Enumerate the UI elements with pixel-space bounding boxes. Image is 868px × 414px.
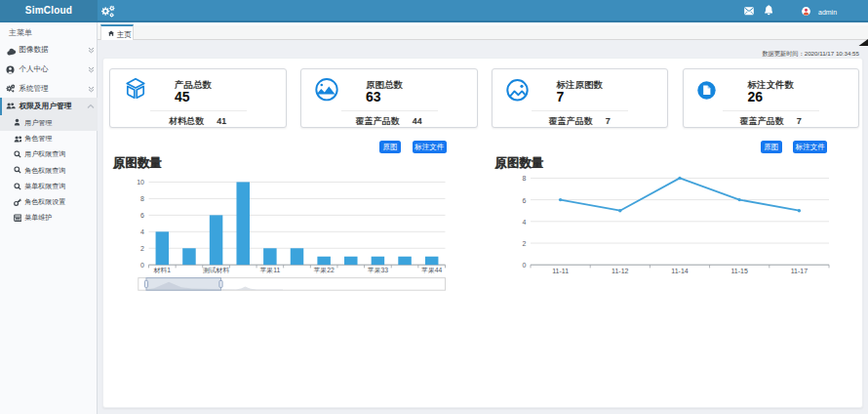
svg-text:11-17: 11-17 (791, 268, 808, 274)
svg-text:6: 6 (140, 212, 144, 219)
svg-text:11-15: 11-15 (731, 268, 748, 274)
svg-text:苹果44: 苹果44 (421, 267, 442, 273)
svg-text:11-14: 11-14 (671, 268, 688, 274)
svg-text:苹果22: 苹果22 (314, 267, 335, 273)
svg-text:11-12: 11-12 (612, 268, 628, 274)
svg-text:6: 6 (523, 197, 527, 204)
svg-text:测试材料: 测试材料 (203, 267, 229, 274)
svg-text:4: 4 (523, 219, 527, 226)
svg-text:2: 2 (523, 240, 527, 247)
svg-text:11-11: 11-11 (552, 268, 569, 274)
svg-text:0: 0 (140, 262, 144, 269)
svg-text:苹果33: 苹果33 (368, 267, 388, 273)
svg-text:0: 0 (523, 262, 527, 269)
svg-text:8: 8 (140, 195, 144, 202)
svg-text:4: 4 (140, 228, 144, 235)
svg-text:2: 2 (140, 245, 144, 252)
svg-text:10: 10 (137, 179, 144, 186)
svg-text:材料1: 材料1 (153, 267, 172, 274)
svg-text:8: 8 (523, 175, 527, 182)
svg-text:苹果11: 苹果11 (260, 267, 281, 273)
